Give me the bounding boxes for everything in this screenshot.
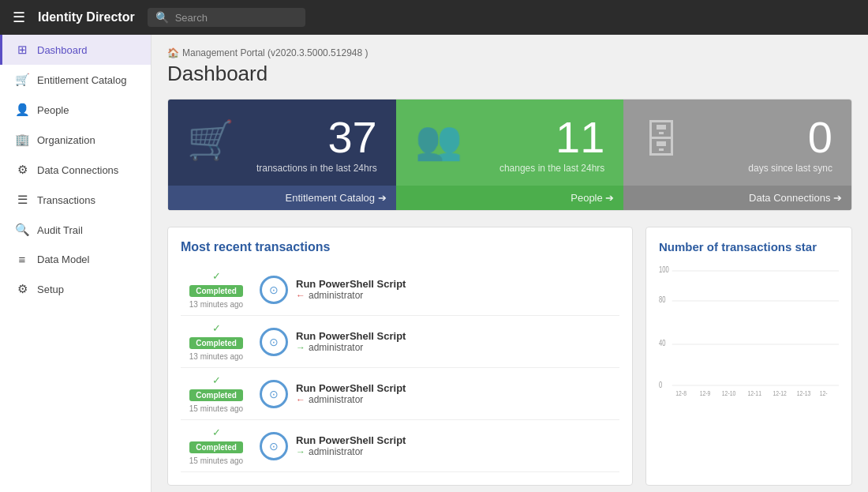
sidebar-item-organization[interactable]: 🏢 Organization: [0, 125, 151, 155]
tx-check-icon: ✓: [212, 374, 221, 386]
sidebar-item-data-connections[interactable]: ⚙ Data Connections: [0, 155, 151, 185]
sidebar-icon-transactions: ☰: [15, 193, 29, 207]
sidebar-icon-people: 👤: [15, 103, 29, 117]
tx-name: Run PowerShell Script: [296, 330, 619, 342]
tx-user: ← administrator: [296, 290, 619, 301]
sidebar-item-people[interactable]: 👤 People: [0, 95, 151, 125]
transaction-item: ✓ Completed 15 minutes ago ⊙ Run PowerSh…: [181, 420, 619, 472]
svg-text:12-: 12-: [820, 389, 828, 397]
sidebar-label-entitlement-catalog: Entitlement Catalog: [37, 74, 126, 86]
main-layout: ⊞ Dashboard 🛒 Entitlement Catalog 👤 Peop…: [0, 35, 868, 492]
stat-label-people: changes in the last 24hrs: [499, 163, 604, 174]
stat-footer-people[interactable]: People ➔: [396, 186, 624, 210]
tx-check-icon: ✓: [212, 270, 221, 282]
stat-label-entitlement: transactions in the last 24hrs: [256, 163, 377, 174]
stat-card-entitlement[interactable]: 🛒 37 transactions in the last 24hrs Enti…: [168, 100, 396, 210]
tx-direction-icon: →: [296, 342, 305, 353]
tx-badge: Completed: [189, 389, 243, 401]
tx-status-col: ✓ Completed 13 minutes ago: [181, 270, 252, 309]
tx-direction-icon: ←: [296, 394, 305, 405]
sidebar-item-dashboard[interactable]: ⊞ Dashboard: [0, 35, 151, 65]
sidebar-icon-setup: ⚙: [15, 282, 29, 296]
chart-svg: 100 80 40 0 12-8 12-9 12-10 12-11: [659, 263, 839, 397]
tx-badge: Completed: [189, 337, 243, 349]
search-container: 🔍: [148, 8, 305, 27]
stat-card-people[interactable]: 👥 11 changes in the last 24hrs People ➔: [396, 100, 624, 210]
stat-icon-data-connections: 🗄: [642, 118, 680, 162]
svg-text:12-12: 12-12: [773, 389, 787, 397]
tx-direction-icon: ←: [296, 290, 305, 301]
page-title: Dashboard: [167, 62, 852, 86]
svg-text:100: 100: [659, 265, 669, 274]
sidebar-icon-data-model: ≡: [15, 253, 29, 266]
search-input[interactable]: [175, 12, 297, 24]
stat-card-data-connections[interactable]: 🗄 0 days since last sync Data Connection…: [623, 100, 851, 210]
tx-user: → administrator: [296, 446, 619, 457]
tx-time: 15 minutes ago: [189, 404, 243, 413]
tx-info: Run PowerShell Script → administrator: [296, 434, 619, 457]
sidebar-icon-entitlement-catalog: 🛒: [15, 73, 29, 87]
chart-panel: Number of transactions star 100 80 40 0: [645, 227, 852, 486]
sidebar-item-audit-trail[interactable]: 🔍 Audit Trail: [0, 215, 151, 245]
stats-cards: 🛒 37 transactions in the last 24hrs Enti…: [167, 99, 852, 211]
tx-info: Run PowerShell Script ← administrator: [296, 382, 619, 405]
stat-number-data-connections: 0: [808, 115, 832, 160]
tx-type-icon: ⊙: [260, 380, 288, 408]
bottom-row: Most recent transactions ✓ Completed 13 …: [167, 227, 852, 486]
sidebar-icon-organization: 🏢: [15, 133, 29, 147]
svg-text:12-8: 12-8: [675, 389, 687, 397]
sidebar-label-people: People: [37, 104, 69, 116]
tx-check-icon: ✓: [212, 426, 221, 438]
tx-time: 13 minutes ago: [189, 352, 243, 361]
svg-text:0: 0: [659, 381, 662, 389]
sidebar-icon-audit-trail: 🔍: [15, 223, 29, 237]
tx-user: → administrator: [296, 342, 619, 353]
search-icon: 🔍: [155, 11, 169, 24]
sidebar-item-data-model[interactable]: ≡ Data Model: [0, 245, 151, 274]
sidebar-item-transactions[interactable]: ☰ Transactions: [0, 185, 151, 215]
sidebar-label-audit-trail: Audit Trail: [37, 224, 83, 236]
stat-top-entitlement: 🛒 37 transactions in the last 24hrs: [187, 115, 377, 179]
sidebar-item-setup[interactable]: ⚙ Setup: [0, 274, 151, 304]
tx-direction-icon: →: [296, 446, 305, 457]
tx-type-icon: ⊙: [260, 328, 288, 356]
sidebar-icon-dashboard: ⊞: [15, 43, 29, 57]
tx-name: Run PowerShell Script: [296, 434, 619, 446]
stat-footer-data-connections[interactable]: Data Connections ➔: [623, 186, 851, 210]
tx-badge: Completed: [189, 285, 243, 297]
sidebar: ⊞ Dashboard 🛒 Entitlement Catalog 👤 Peop…: [0, 35, 152, 492]
stat-footer-entitlement[interactable]: Entitlement Catalog ➔: [168, 186, 396, 210]
svg-text:12-13: 12-13: [797, 389, 811, 397]
stat-number-people: 11: [556, 115, 604, 160]
tx-info: Run PowerShell Script → administrator: [296, 330, 619, 353]
tx-check-icon: ✓: [212, 322, 221, 334]
tx-user: ← administrator: [296, 394, 619, 405]
top-nav: ☰ Identity Director 🔍: [0, 0, 868, 35]
sidebar-label-transactions: Transactions: [37, 194, 95, 206]
sidebar-item-entitlement-catalog[interactable]: 🛒 Entitlement Catalog: [0, 65, 151, 95]
stat-top-data-connections: 🗄 0 days since last sync: [642, 115, 832, 179]
tx-username: administrator: [309, 446, 363, 457]
chart-area: 100 80 40 0 12-8 12-9 12-10 12-11: [659, 263, 839, 397]
transaction-item: ✓ Completed 15 minutes ago ⊙ Run PowerSh…: [181, 368, 619, 420]
sidebar-label-organization: Organization: [37, 134, 95, 146]
breadcrumb-text: Management Portal (v2020.3.5000.512948 ): [182, 47, 369, 58]
transactions-title: Most recent transactions: [181, 240, 619, 254]
stat-number-entitlement: 37: [327, 115, 376, 160]
svg-text:12-10: 12-10: [722, 389, 736, 397]
tx-status-col: ✓ Completed 13 minutes ago: [181, 322, 252, 361]
stat-icon-people: 👥: [415, 118, 462, 163]
tx-status-col: ✓ Completed 15 minutes ago: [181, 426, 252, 465]
hamburger-menu[interactable]: ☰: [13, 9, 25, 26]
breadcrumb: 🏠 Management Portal (v2020.3.5000.512948…: [167, 47, 852, 58]
sidebar-label-dashboard: Dashboard: [37, 44, 88, 56]
transactions-list: ✓ Completed 13 minutes ago ⊙ Run PowerSh…: [181, 264, 619, 472]
sidebar-label-setup: Setup: [37, 284, 64, 295]
transaction-item: ✓ Completed 13 minutes ago ⊙ Run PowerSh…: [181, 316, 619, 368]
tx-type-icon: ⊙: [260, 432, 288, 460]
svg-text:80: 80: [659, 295, 666, 304]
tx-username: administrator: [309, 290, 363, 301]
tx-time: 15 minutes ago: [189, 456, 243, 465]
tx-type-icon: ⊙: [260, 276, 288, 304]
sidebar-icon-data-connections: ⚙: [15, 163, 29, 177]
